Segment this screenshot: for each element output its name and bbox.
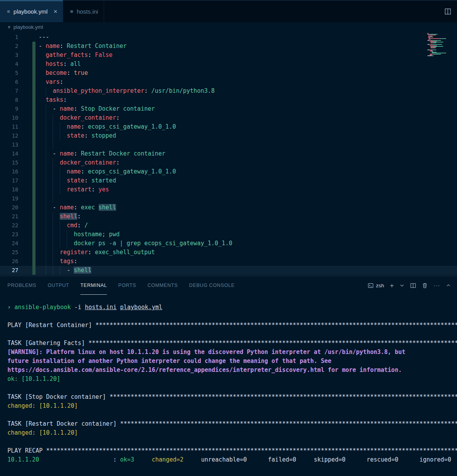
code-line-21[interactable]: 21 shell: xyxy=(0,212,457,221)
git-gutter-indicator xyxy=(32,131,35,140)
minimap[interactable] xyxy=(427,33,446,56)
git-gutter-indicator xyxy=(32,33,35,42)
terminal-line: future installation of another Python in… xyxy=(7,357,457,366)
code-line-1[interactable]: 1--- xyxy=(0,33,457,42)
panel-header: PROBLEMSOUTPUTTERMINALPORTSCOMMENTSDEBUG… xyxy=(0,276,457,295)
code-line-25[interactable]: 25 register: exec_shell_output xyxy=(0,248,457,257)
line-number: 27 xyxy=(0,266,18,275)
terminal-line: › ansible-playbook -i hosts.ini playbook… xyxy=(7,303,457,312)
git-gutter-indicator xyxy=(32,113,35,122)
code-line-27[interactable]: 27 - shell xyxy=(0,266,457,275)
git-gutter-indicator xyxy=(32,266,35,275)
code-line-13[interactable]: 13 xyxy=(0,140,457,149)
maximize-panel-icon[interactable] xyxy=(446,283,451,288)
terminal-line: changed: [10.1.1.20] xyxy=(7,402,457,411)
terminal-output[interactable]: › ansible-playbook -i hosts.ini playbook… xyxy=(0,295,457,476)
tab-label: hosts.ini xyxy=(77,8,98,15)
line-number: 8 xyxy=(0,96,18,104)
line-number: 15 xyxy=(0,158,18,167)
line-number: 19 xyxy=(0,194,18,203)
line-number: 12 xyxy=(0,131,18,140)
code-line-18[interactable]: 18 restart: yes xyxy=(0,185,457,194)
code-line-7[interactable]: 7 ansible_python_interpreter: /usr/bin/p… xyxy=(0,87,457,96)
code-line-11[interactable]: 11 name: ecops_csi_gateway_1.0_1.0 xyxy=(0,122,457,131)
panel-tabs: PROBLEMSOUTPUTTERMINALPORTSCOMMENTSDEBUG… xyxy=(0,276,235,295)
panel-actions: zsh + ··· xyxy=(368,276,457,295)
terminal-line: TASK [Gathering Facts] *****************… xyxy=(7,339,457,348)
chevron-down-icon[interactable] xyxy=(400,283,404,288)
code-line-2[interactable]: 2- name: Restart Container xyxy=(0,42,457,51)
split-editor-icon[interactable] xyxy=(445,8,451,15)
code-line-12[interactable]: 12 state: stopped xyxy=(0,131,457,140)
panel-tab-problems[interactable]: PROBLEMS xyxy=(7,276,36,295)
line-number: 25 xyxy=(0,248,18,257)
git-gutter-indicator xyxy=(32,230,35,239)
close-tab-icon[interactable]: × xyxy=(53,8,57,15)
line-number: 14 xyxy=(0,149,18,158)
code-line-20[interactable]: 20 - name: exec shell xyxy=(0,203,457,212)
code-line-16[interactable]: 16 name: ecops_csi_gateway_1.0_1.0 xyxy=(0,167,457,176)
git-gutter-indicator xyxy=(32,42,35,51)
code-line-4[interactable]: 4 hosts: all xyxy=(0,60,457,69)
tab-playbook-yml[interactable]: ≡ playbook.yml × xyxy=(0,0,63,22)
line-number: 2 xyxy=(0,42,18,51)
code-line-3[interactable]: 3 gather_facts: False xyxy=(0,51,457,60)
terminal-profile-button[interactable]: zsh xyxy=(368,283,384,288)
line-number: 24 xyxy=(0,239,18,248)
terminal-line: TASK [Stop Docker container] ***********… xyxy=(7,393,457,402)
terminal-line: PLAY RECAP *****************************… xyxy=(7,446,457,455)
line-number: 18 xyxy=(0,185,18,194)
bottom-panel: PROBLEMSOUTPUTTERMINALPORTSCOMMENTSDEBUG… xyxy=(0,276,457,476)
tab-label: playbook.yml xyxy=(14,8,48,15)
breadcrumb-file-label: playbook.yml xyxy=(13,24,43,30)
panel-tab-terminal[interactable]: TERMINAL xyxy=(80,276,107,295)
kill-terminal-icon[interactable] xyxy=(422,283,428,288)
terminal-line xyxy=(7,312,457,321)
editor-tab-bar: ≡ playbook.yml × ≡ hosts.ini xyxy=(0,0,457,22)
tab-hosts-ini[interactable]: ≡ hosts.ini xyxy=(63,0,104,22)
code-line-10[interactable]: 10 docker_container: xyxy=(0,113,457,122)
panel-tab-output[interactable]: OUTPUT xyxy=(48,276,69,295)
line-number: 13 xyxy=(0,140,18,149)
terminal-line xyxy=(7,384,457,393)
terminal-file-link[interactable]: playbook.yml xyxy=(120,304,162,311)
terminal-icon xyxy=(368,283,374,288)
editor[interactable]: 1---2- name: Restart Container3 gather_f… xyxy=(0,32,457,276)
code-line-15[interactable]: 15 docker_container: xyxy=(0,158,457,167)
line-number: 5 xyxy=(0,69,18,78)
git-gutter-indicator xyxy=(32,158,35,167)
more-actions-icon[interactable]: ··· xyxy=(434,283,440,288)
panel-tab-debug-console[interactable]: DEBUG CONSOLE xyxy=(189,276,235,295)
git-gutter-indicator xyxy=(32,149,35,158)
terminal-line: [WARNING]: Platform linux on host 10.1.1… xyxy=(7,348,457,357)
editor-actions xyxy=(445,0,457,22)
code-area: 1---2- name: Restart Container3 gather_f… xyxy=(0,33,457,275)
terminal-line: https://docs.ansible.com/ansible-core/2.… xyxy=(7,366,457,375)
new-terminal-button[interactable]: + xyxy=(390,282,394,289)
line-number: 26 xyxy=(0,257,18,266)
code-line-5[interactable]: 5 become: true xyxy=(0,69,457,78)
git-gutter-indicator xyxy=(32,51,35,60)
panel-tab-ports[interactable]: PORTS xyxy=(118,276,136,295)
code-line-24[interactable]: 24 docker ps -a | grep ecops_csi_gateway… xyxy=(0,239,457,248)
git-gutter-indicator xyxy=(32,60,35,69)
code-line-26[interactable]: 26 tags: xyxy=(0,257,457,266)
line-number: 4 xyxy=(0,60,18,69)
terminal-line: 10.1.1.20 : ok=3 changed=2 unreachable=0… xyxy=(7,455,457,464)
split-terminal-icon[interactable] xyxy=(410,283,416,288)
code-line-22[interactable]: 22 cmd: / xyxy=(0,221,457,230)
line-number: 1 xyxy=(0,33,18,42)
terminal-file-link[interactable]: hosts.ini xyxy=(85,304,117,311)
panel-tab-comments[interactable]: COMMENTS xyxy=(147,276,178,295)
code-line-23[interactable]: 23 hostname; pwd xyxy=(0,230,457,239)
code-line-9[interactable]: 9 - name: Stop Docker container xyxy=(0,104,457,113)
breadcrumb[interactable]: ≡ playbook.yml xyxy=(0,22,457,32)
line-number: 7 xyxy=(0,87,18,96)
line-number: 21 xyxy=(0,212,18,221)
line-number: 9 xyxy=(0,104,18,113)
code-line-14[interactable]: 14 - name: Restart Docker container xyxy=(0,149,457,158)
code-line-8[interactable]: 8 tasks: xyxy=(0,96,457,104)
code-line-19[interactable]: 19 xyxy=(0,194,457,203)
code-line-6[interactable]: 6 vars: xyxy=(0,78,457,87)
code-line-17[interactable]: 17 state: started xyxy=(0,176,457,185)
